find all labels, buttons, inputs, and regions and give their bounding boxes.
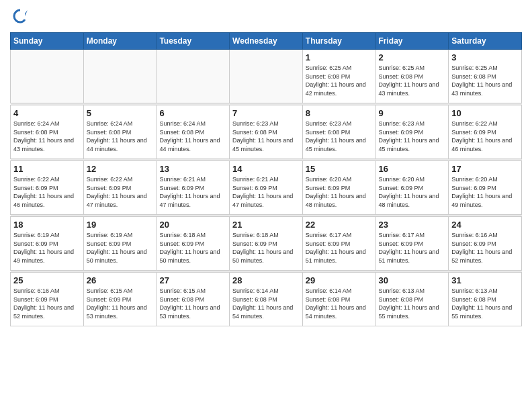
day-number: 26 [87, 275, 154, 285]
logo-icon [10, 7, 30, 27]
day-cell: 9Sunrise: 6:23 AMSunset: 6:09 PMDaylight… [375, 105, 449, 159]
day-number: 19 [87, 220, 154, 230]
day-cell: 20Sunrise: 6:18 AMSunset: 6:09 PMDayligh… [157, 217, 230, 271]
header-day-wednesday: Wednesday [230, 33, 303, 50]
day-cell: 28Sunrise: 6:14 AMSunset: 6:08 PMDayligh… [230, 273, 303, 326]
day-cell: 18Sunrise: 6:19 AMSunset: 6:09 PMDayligh… [11, 217, 84, 271]
day-cell: 14Sunrise: 6:21 AMSunset: 6:09 PMDayligh… [230, 161, 303, 215]
day-info: Sunrise: 6:21 AMSunset: 6:09 PMDaylight:… [232, 175, 300, 209]
day-info: Sunrise: 6:23 AMSunset: 6:08 PMDaylight:… [306, 120, 373, 153]
day-cell: 24Sunrise: 6:16 AMSunset: 6:09 PMDayligh… [449, 217, 522, 271]
day-info: Sunrise: 6:19 AMSunset: 6:09 PMDaylight:… [13, 231, 81, 265]
day-cell: 7Sunrise: 6:23 AMSunset: 6:08 PMDaylight… [230, 105, 303, 159]
day-info: Sunrise: 6:22 AMSunset: 6:09 PMDaylight:… [13, 175, 81, 209]
day-cell: 29Sunrise: 6:14 AMSunset: 6:08 PMDayligh… [302, 273, 375, 326]
day-number: 2 [379, 52, 446, 62]
day-cell: 19Sunrise: 6:19 AMSunset: 6:09 PMDayligh… [83, 217, 157, 271]
header-day-monday: Monday [83, 33, 157, 50]
day-number: 6 [159, 108, 226, 118]
day-cell: 3Sunrise: 6:25 AMSunset: 6:08 PMDaylight… [449, 50, 522, 103]
day-cell: 11Sunrise: 6:22 AMSunset: 6:09 PMDayligh… [11, 161, 84, 215]
day-number: 17 [451, 164, 519, 174]
week-row-4: 18Sunrise: 6:19 AMSunset: 6:09 PMDayligh… [11, 217, 522, 271]
main-container: SundayMondayTuesdayWednesdayThursdayFrid… [0, 0, 532, 330]
day-number: 11 [13, 164, 81, 174]
header-day-saturday: Saturday [449, 33, 522, 50]
day-cell [157, 50, 230, 103]
day-cell: 6Sunrise: 6:24 AMSunset: 6:08 PMDaylight… [157, 105, 230, 159]
day-info: Sunrise: 6:20 AMSunset: 6:09 PMDaylight:… [451, 175, 519, 209]
day-number: 23 [379, 220, 446, 230]
day-cell: 22Sunrise: 6:17 AMSunset: 6:09 PMDayligh… [302, 217, 375, 271]
day-info: Sunrise: 6:16 AMSunset: 6:09 PMDaylight:… [451, 231, 519, 265]
header-day-sunday: Sunday [11, 33, 84, 50]
day-info: Sunrise: 6:14 AMSunset: 6:08 PMDaylight:… [306, 287, 373, 320]
day-number: 12 [87, 164, 154, 174]
day-cell: 23Sunrise: 6:17 AMSunset: 6:09 PMDayligh… [375, 217, 449, 271]
day-info: Sunrise: 6:22 AMSunset: 6:09 PMDaylight:… [87, 175, 154, 209]
day-cell: 5Sunrise: 6:24 AMSunset: 6:08 PMDaylight… [83, 105, 157, 159]
day-info: Sunrise: 6:15 AMSunset: 6:08 PMDaylight:… [159, 287, 226, 320]
day-number: 31 [451, 275, 519, 285]
day-info: Sunrise: 6:18 AMSunset: 6:09 PMDaylight:… [232, 231, 300, 265]
day-number: 30 [379, 275, 446, 285]
day-info: Sunrise: 6:18 AMSunset: 6:09 PMDaylight:… [159, 231, 226, 265]
day-cell: 21Sunrise: 6:18 AMSunset: 6:09 PMDayligh… [230, 217, 303, 271]
day-number: 25 [13, 275, 81, 285]
day-number: 29 [306, 275, 373, 285]
week-row-2: 4Sunrise: 6:24 AMSunset: 6:08 PMDaylight… [11, 105, 522, 159]
day-cell: 30Sunrise: 6:13 AMSunset: 6:08 PMDayligh… [375, 273, 449, 326]
day-info: Sunrise: 6:21 AMSunset: 6:09 PMDaylight:… [159, 175, 226, 209]
day-cell: 31Sunrise: 6:13 AMSunset: 6:08 PMDayligh… [449, 273, 522, 326]
day-number: 1 [306, 52, 373, 62]
day-number: 10 [451, 108, 519, 118]
day-number: 15 [306, 164, 373, 174]
day-info: Sunrise: 6:24 AMSunset: 6:08 PMDaylight:… [87, 120, 154, 153]
header-day-friday: Friday [375, 33, 449, 50]
header-row: SundayMondayTuesdayWednesdayThursdayFrid… [11, 33, 522, 50]
header [10, 7, 522, 27]
day-number: 4 [13, 108, 81, 118]
day-number: 7 [232, 108, 300, 118]
day-info: Sunrise: 6:22 AMSunset: 6:09 PMDaylight:… [451, 120, 519, 153]
week-row-3: 11Sunrise: 6:22 AMSunset: 6:09 PMDayligh… [11, 161, 522, 215]
day-number: 20 [159, 220, 226, 230]
day-info: Sunrise: 6:17 AMSunset: 6:09 PMDaylight:… [379, 231, 446, 265]
day-number: 8 [306, 108, 373, 118]
day-number: 21 [232, 220, 300, 230]
day-number: 3 [451, 52, 519, 62]
logo [10, 7, 33, 27]
day-cell [11, 50, 84, 103]
day-cell: 13Sunrise: 6:21 AMSunset: 6:09 PMDayligh… [157, 161, 230, 215]
header-day-thursday: Thursday [302, 33, 375, 50]
day-cell: 16Sunrise: 6:20 AMSunset: 6:09 PMDayligh… [375, 161, 449, 215]
day-info: Sunrise: 6:20 AMSunset: 6:09 PMDaylight:… [379, 175, 446, 209]
day-cell: 15Sunrise: 6:20 AMSunset: 6:09 PMDayligh… [302, 161, 375, 215]
day-cell: 26Sunrise: 6:15 AMSunset: 6:09 PMDayligh… [83, 273, 157, 326]
day-cell: 12Sunrise: 6:22 AMSunset: 6:09 PMDayligh… [83, 161, 157, 215]
day-info: Sunrise: 6:23 AMSunset: 6:08 PMDaylight:… [232, 120, 300, 153]
day-number: 13 [159, 164, 226, 174]
week-row-1: 1Sunrise: 6:25 AMSunset: 6:08 PMDaylight… [11, 50, 522, 103]
day-info: Sunrise: 6:16 AMSunset: 6:09 PMDaylight:… [13, 287, 81, 320]
day-number: 18 [13, 220, 81, 230]
header-day-tuesday: Tuesday [157, 33, 230, 50]
day-info: Sunrise: 6:15 AMSunset: 6:09 PMDaylight:… [87, 287, 154, 320]
day-info: Sunrise: 6:13 AMSunset: 6:08 PMDaylight:… [379, 287, 446, 320]
day-info: Sunrise: 6:25 AMSunset: 6:08 PMDaylight:… [306, 64, 373, 97]
day-cell: 25Sunrise: 6:16 AMSunset: 6:09 PMDayligh… [11, 273, 84, 326]
day-info: Sunrise: 6:25 AMSunset: 6:08 PMDaylight:… [379, 64, 446, 97]
day-info: Sunrise: 6:14 AMSunset: 6:08 PMDaylight:… [232, 287, 300, 320]
day-info: Sunrise: 6:20 AMSunset: 6:09 PMDaylight:… [306, 175, 373, 209]
day-number: 16 [379, 164, 446, 174]
day-info: Sunrise: 6:13 AMSunset: 6:08 PMDaylight:… [451, 287, 519, 320]
day-info: Sunrise: 6:24 AMSunset: 6:08 PMDaylight:… [13, 120, 81, 153]
day-number: 9 [379, 108, 446, 118]
day-info: Sunrise: 6:17 AMSunset: 6:09 PMDaylight:… [306, 231, 373, 265]
day-cell: 17Sunrise: 6:20 AMSunset: 6:09 PMDayligh… [449, 161, 522, 215]
day-info: Sunrise: 6:19 AMSunset: 6:09 PMDaylight:… [87, 231, 154, 265]
day-info: Sunrise: 6:25 AMSunset: 6:08 PMDaylight:… [451, 64, 519, 97]
day-number: 5 [87, 108, 154, 118]
day-number: 14 [232, 164, 300, 174]
day-cell: 10Sunrise: 6:22 AMSunset: 6:09 PMDayligh… [449, 105, 522, 159]
